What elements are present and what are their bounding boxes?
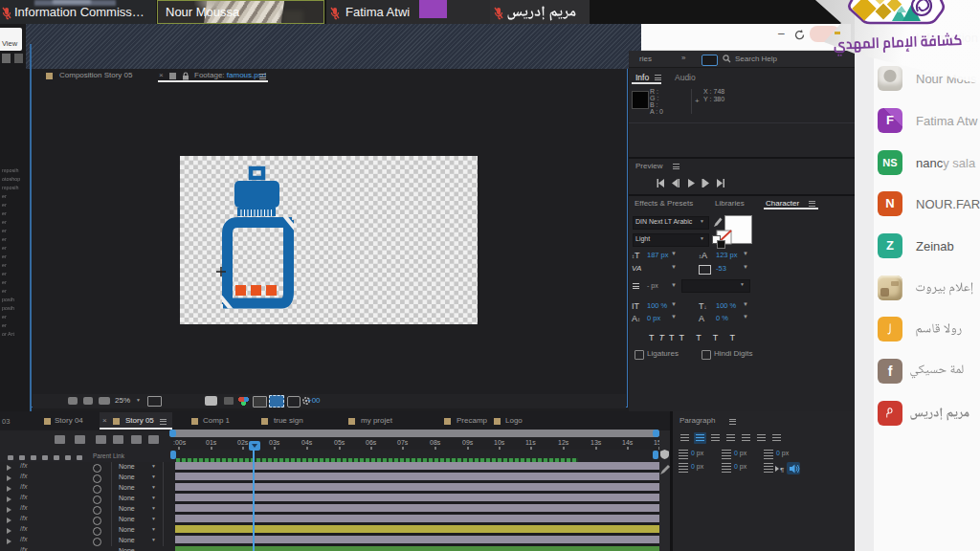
svg-text:¶: ¶ [780, 466, 784, 474]
